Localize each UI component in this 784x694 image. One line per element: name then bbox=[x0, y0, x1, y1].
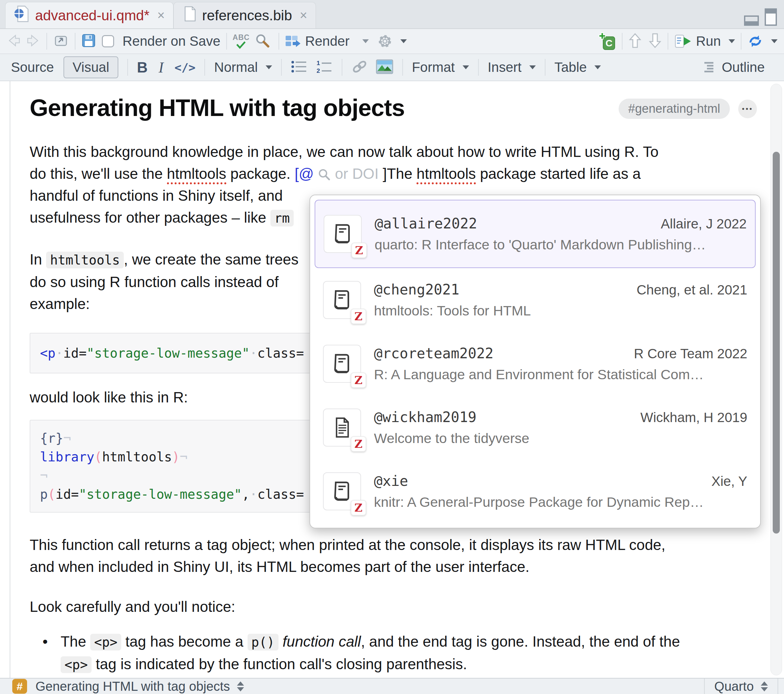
italic-button[interactable]: I bbox=[159, 59, 163, 76]
bold-button[interactable]: B bbox=[137, 59, 148, 76]
outline-location-selector[interactable]: Generating HTML with tag objects bbox=[35, 679, 230, 694]
run-button[interactable]: Run bbox=[674, 33, 735, 49]
section-options-button[interactable]: ••• bbox=[738, 100, 757, 118]
citation-item-xie[interactable]: Z @xie Xie, Y knitr: A General-Purpose P… bbox=[315, 459, 756, 523]
citation-marker[interactable]: [@ bbox=[295, 165, 314, 182]
inline-code-button[interactable]: </> bbox=[175, 61, 195, 74]
paragraph-style-value: Normal bbox=[214, 59, 258, 75]
citation-item-cheng2021[interactable]: Z @cheng2021 Cheng, et al. 2021 htmltool… bbox=[315, 268, 756, 332]
reference-type-icon: Z bbox=[323, 345, 361, 383]
minimize-pane-icon[interactable] bbox=[744, 15, 759, 26]
separator bbox=[278, 33, 279, 49]
bullet-list-button[interactable] bbox=[291, 59, 308, 75]
tab-close-icon[interactable]: × bbox=[157, 8, 165, 23]
render-dropdown-caret[interactable] bbox=[362, 39, 369, 43]
insert-chunk-button[interactable]: C bbox=[598, 32, 616, 50]
forward-button[interactable] bbox=[26, 34, 41, 49]
render-on-save-checkbox[interactable] bbox=[102, 35, 114, 48]
previous-chunk-button[interactable] bbox=[628, 33, 642, 50]
insert-menu-label: Insert bbox=[488, 59, 522, 75]
zotero-badge: Z bbox=[351, 436, 366, 452]
citation-author: Wickham, H 2019 bbox=[641, 410, 747, 425]
visual-editor-canvas[interactable]: Generating HTML with tag objects #genera… bbox=[0, 81, 784, 678]
insert-menu-caret bbox=[529, 66, 536, 69]
source-mode-button[interactable]: Source bbox=[11, 59, 54, 75]
inline-code: <p> bbox=[61, 656, 92, 673]
visual-mode-button[interactable]: Visual bbox=[64, 56, 118, 78]
inline-code: p() bbox=[247, 634, 278, 651]
section-anchor-badge: #generating-html bbox=[619, 99, 730, 119]
code-token: id bbox=[63, 346, 79, 360]
tab-label: advanced-ui.qmd* bbox=[35, 7, 150, 23]
misspelled-word: htmltools bbox=[417, 165, 476, 184]
heading-level-icon: # bbox=[12, 679, 27, 694]
tab-advanced-ui-qmd[interactable]: advanced-ui.qmd* × bbox=[5, 2, 173, 28]
render-settings-button[interactable] bbox=[377, 33, 407, 49]
table-menu[interactable]: Table bbox=[555, 59, 601, 75]
citation-author: Xie, Y bbox=[712, 474, 747, 489]
separator bbox=[281, 59, 282, 76]
render-icon bbox=[285, 35, 301, 48]
outline-location-caret-icon[interactable] bbox=[237, 681, 244, 691]
code-token: class= bbox=[257, 346, 304, 360]
citation-item-allaire2022[interactable]: Z @allaire2022 Allaire, J 2022 quarto: R… bbox=[315, 200, 756, 268]
tab-references-bib[interactable]: references.bib × bbox=[173, 2, 316, 28]
back-button[interactable] bbox=[7, 34, 21, 49]
maximize-pane-icon[interactable] bbox=[765, 8, 777, 26]
quarto-file-icon bbox=[14, 5, 29, 26]
separator bbox=[226, 33, 227, 49]
citation-title: knitr: A General-Purpose Package for Dyn… bbox=[374, 494, 747, 510]
editor-mode-caret-icon bbox=[761, 681, 768, 691]
open-in-window-button[interactable] bbox=[53, 33, 69, 49]
paragraph: This function call returns a tag object;… bbox=[30, 534, 757, 578]
paragraph-style-dropdown[interactable]: Normal bbox=[214, 59, 272, 75]
insert-menu[interactable]: Insert bbox=[488, 59, 536, 75]
image-button[interactable] bbox=[376, 59, 393, 76]
tab-close-icon[interactable]: × bbox=[300, 8, 307, 23]
citation-title: htmltools: Tools for HTML bbox=[374, 303, 747, 319]
format-menu-label: Format bbox=[412, 59, 455, 75]
citation-item-rcoreteam2022[interactable]: Z @rcoreteam2022 R Core Team 2022 R: A L… bbox=[315, 332, 756, 396]
save-button[interactable] bbox=[81, 33, 96, 49]
citation-placeholder: or DOI bbox=[335, 165, 383, 182]
numbered-list-button[interactable]: 1 2 bbox=[316, 59, 333, 75]
link-button[interactable] bbox=[351, 59, 368, 75]
inline-code: htmltools bbox=[46, 252, 124, 268]
citation-author: R Core Team 2022 bbox=[634, 346, 747, 362]
gear-icon bbox=[377, 33, 393, 49]
render-button[interactable]: Render bbox=[285, 33, 369, 49]
gear-dropdown-caret[interactable] bbox=[400, 39, 407, 43]
code-token: · bbox=[250, 346, 257, 360]
rerun-icon bbox=[747, 33, 763, 49]
next-chunk-button[interactable] bbox=[648, 33, 662, 50]
vertical-scrollbar[interactable] bbox=[771, 84, 782, 675]
format-menu[interactable]: Format bbox=[412, 59, 469, 75]
separator bbox=[204, 59, 205, 76]
file-icon bbox=[182, 5, 196, 25]
citation-title: R: A Language and Environment for Statis… bbox=[374, 367, 747, 382]
rerun-button[interactable] bbox=[747, 33, 777, 49]
render-on-save-control[interactable]: Render on Save bbox=[102, 33, 221, 49]
text-line: With this background knowledge in place,… bbox=[30, 141, 757, 163]
zotero-badge: Z bbox=[351, 243, 367, 258]
citation-search-icon bbox=[318, 168, 331, 181]
find-replace-icon[interactable] bbox=[255, 33, 270, 49]
separator bbox=[342, 59, 343, 76]
citation-completion-popup: Z @allaire2022 Allaire, J 2022 quarto: R… bbox=[310, 195, 761, 528]
run-dropdown-caret[interactable] bbox=[728, 39, 735, 43]
rerun-dropdown-caret[interactable] bbox=[771, 39, 777, 43]
text-line: do this, we'll use the htmltools package… bbox=[30, 163, 757, 184]
code-token: <p bbox=[40, 346, 56, 360]
bullet-item-line: <p> tag is indicated by the function cal… bbox=[30, 653, 757, 676]
scrollbar-thumb[interactable] bbox=[773, 152, 780, 534]
status-bar-corner bbox=[777, 679, 784, 694]
citation-item-wickham2019[interactable]: Z @wickham2019 Wickham, H 2019 Welcome t… bbox=[315, 396, 756, 459]
spellcheck-check-icon bbox=[236, 41, 247, 49]
code-token: · bbox=[56, 346, 63, 360]
spellcheck-button[interactable]: ABC bbox=[233, 34, 250, 49]
citation-author: Allaire, J 2022 bbox=[661, 216, 747, 232]
citation-id: @rcoreteam2022 bbox=[374, 345, 494, 362]
outline-toggle[interactable]: Outline bbox=[704, 59, 765, 75]
zotero-badge: Z bbox=[351, 500, 366, 515]
editor-mode-selector[interactable]: Quarto bbox=[704, 679, 777, 694]
